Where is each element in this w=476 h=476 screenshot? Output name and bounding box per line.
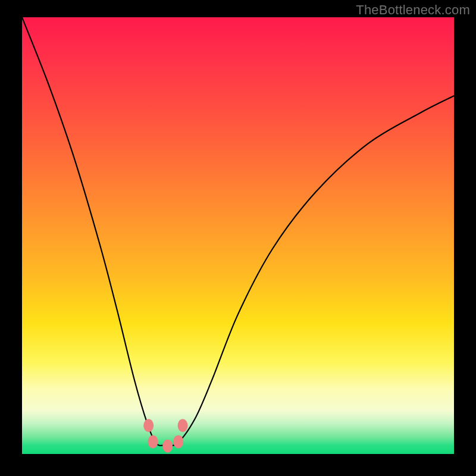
plot-area [22,17,454,454]
watermark-text: TheBottleneck.com [356,2,470,18]
marker-right-top [178,419,188,432]
marker-left-top [143,419,154,432]
chart-frame: TheBottleneck.com [0,0,476,476]
marker-left-bottom [148,435,158,448]
curve-markers [143,419,187,453]
bottleneck-curve [22,17,454,446]
curve-layer [22,17,454,454]
marker-right-bottom [173,435,183,448]
marker-center [162,440,173,453]
